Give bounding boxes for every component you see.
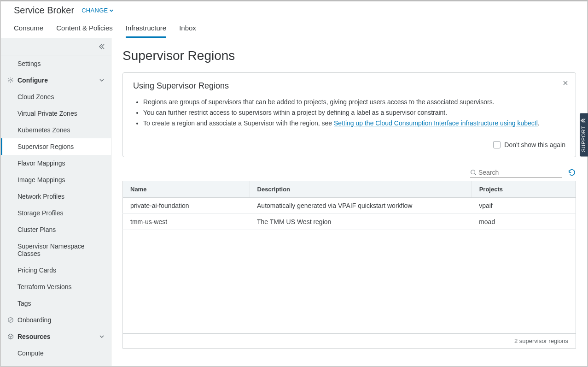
- header-top: Service Broker CHANGE: [14, 5, 574, 16]
- tab-infrastructure[interactable]: Infrastructure: [126, 21, 166, 38]
- infobox-bullet: To create a region and associate a Super…: [143, 118, 565, 128]
- sidebar-item-pricing-cards[interactable]: Pricing Cards: [1, 262, 111, 278]
- collapse-icon: [98, 43, 105, 50]
- page-title: Supervisor Regions: [122, 48, 576, 63]
- table-header-row: Name Description Projects: [123, 181, 576, 198]
- infobox-list: Regions are groups of supervisors that c…: [133, 97, 565, 128]
- table-footer: 2 supervisor regions: [122, 334, 576, 349]
- sidebar-item-terraform-versions[interactable]: Terraform Versions: [1, 278, 111, 295]
- column-header-projects[interactable]: Projects: [472, 181, 576, 198]
- cell-projects: moad: [472, 214, 576, 230]
- svg-point-2: [471, 170, 475, 174]
- sidebar-group-configure[interactable]: Configure: [1, 72, 111, 89]
- column-header-name[interactable]: Name: [123, 181, 250, 198]
- sidebar-item-network-profiles[interactable]: Network Profiles: [1, 188, 111, 205]
- refresh-icon: [568, 168, 576, 177]
- tab-inbox[interactable]: Inbox: [179, 21, 196, 38]
- main-content: Supervisor Regions Using Supervisor Regi…: [111, 38, 587, 366]
- sidebar-item-virtual-private-zones[interactable]: Virtual Private Zones: [1, 105, 111, 122]
- sidebar-item-supervisor-namespace-classes[interactable]: Supervisor Namespace Classes: [1, 238, 111, 262]
- sidebar-item-compute[interactable]: Compute: [1, 345, 111, 361]
- sidebar-group-label: Onboarding: [17, 316, 105, 324]
- supervisor-regions-table: Name Description Projects private-ai-fou…: [122, 181, 576, 230]
- chevron-left-icon: [581, 118, 586, 123]
- infobox-link-kubectl-setup[interactable]: Setting up the Cloud Consumption Interfa…: [334, 119, 538, 127]
- infobox-close-button[interactable]: [563, 79, 568, 88]
- sidebar-group-label: Resources: [17, 333, 95, 340]
- cell-name: private-ai-foundation: [123, 198, 250, 214]
- cell-name: tmm-us-west: [123, 214, 250, 230]
- cell-description: The TMM US West region: [250, 214, 472, 230]
- search-input[interactable]: [478, 169, 562, 176]
- sidebar-item-flavor-mappings[interactable]: Flavor Mappings: [1, 155, 111, 172]
- body: Settings Configure Cloud Zones Virtual P…: [1, 38, 587, 366]
- infobox-bullet: You can further restrict access to super…: [143, 108, 565, 118]
- app-title: Service Broker: [14, 5, 74, 16]
- tab-consume[interactable]: Consume: [14, 21, 43, 38]
- infobox-footer: Don't show this again: [133, 141, 565, 148]
- cell-projects: vpaif: [472, 198, 576, 214]
- sidebar-item-cluster-plans[interactable]: Cluster Plans: [1, 221, 111, 238]
- change-service-link[interactable]: CHANGE: [82, 7, 113, 14]
- sidebar-item-cloud-zones[interactable]: Cloud Zones: [1, 89, 111, 105]
- table-toolbar: [122, 168, 576, 178]
- chevron-down-icon: [99, 334, 105, 339]
- chevron-down-icon: [99, 77, 105, 83]
- svg-point-0: [10, 79, 12, 81]
- infobox-title: Using Supervisor Regions: [133, 81, 565, 91]
- sidebar-collapse-button[interactable]: [1, 38, 111, 55]
- dont-show-again-checkbox[interactable]: [493, 141, 501, 148]
- sidebar-item-kubernetes-zones[interactable]: Kubernetes Zones: [1, 122, 111, 138]
- sidebar-item-tags[interactable]: Tags: [1, 295, 111, 312]
- close-icon: [563, 80, 568, 86]
- support-label: SUPPORT: [581, 126, 586, 152]
- cell-description: Automatically generated via VPAIF quicks…: [250, 198, 472, 214]
- support-tab[interactable]: SUPPORT: [580, 113, 588, 156]
- search-field[interactable]: [470, 169, 562, 178]
- infobox-using-supervisor-regions: Using Supervisor Regions Regions are gro…: [122, 72, 576, 157]
- sidebar-item-settings[interactable]: Settings: [1, 55, 111, 72]
- infobox-text: .: [538, 119, 540, 127]
- gear-icon: [7, 77, 14, 83]
- table-row[interactable]: tmm-us-west The TMM US West region moad: [123, 214, 576, 230]
- sidebar-item-storage-profiles[interactable]: Storage Profiles: [1, 205, 111, 221]
- sidebar-group-resources[interactable]: Resources: [1, 328, 111, 345]
- table-empty-area: [122, 230, 576, 334]
- sidebar-group-label: Configure: [17, 77, 95, 84]
- sidebar-item-image-mappings[interactable]: Image Mappings: [1, 172, 111, 188]
- search-icon: [470, 169, 477, 176]
- tab-content-policies[interactable]: Content & Policies: [56, 21, 113, 38]
- circle-slash-icon: [7, 317, 14, 323]
- cube-icon: [7, 333, 14, 340]
- chevron-down-icon: [109, 8, 114, 13]
- refresh-button[interactable]: [568, 168, 576, 178]
- infobox-bullet: Regions are groups of supervisors that c…: [143, 97, 565, 107]
- top-tabs: Consume Content & Policies Infrastructur…: [14, 21, 574, 38]
- dont-show-again-label: Don't show this again: [504, 141, 565, 148]
- change-label: CHANGE: [82, 7, 108, 14]
- header: Service Broker CHANGE Consume Content & …: [1, 1, 587, 38]
- infobox-text: To create a region and associate a Super…: [143, 119, 334, 127]
- column-header-description[interactable]: Description: [250, 181, 472, 198]
- sidebar: Settings Configure Cloud Zones Virtual P…: [1, 38, 111, 366]
- sidebar-item-supervisor-regions[interactable]: Supervisor Regions: [1, 138, 111, 155]
- table-row[interactable]: private-ai-foundation Automatically gene…: [123, 198, 576, 214]
- sidebar-group-onboarding[interactable]: Onboarding: [1, 312, 111, 328]
